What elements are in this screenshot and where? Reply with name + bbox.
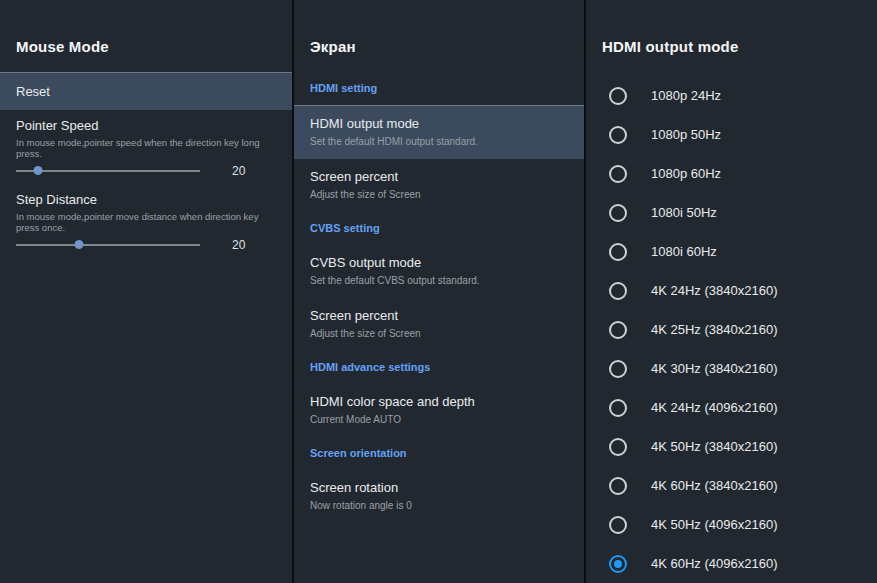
step-distance-title: Step Distance [16,192,276,208]
setting-item[interactable]: HDMI color space and depthCurrent Mode A… [294,384,584,437]
section-header: HDMI advance settings [294,351,584,384]
reset-button[interactable]: Reset [0,72,292,110]
radio-icon [609,438,627,456]
screen-panel-header: Экран [294,0,584,72]
pointer-speed-description: In mouse mode,pointer speed when the dir… [16,137,268,159]
hdmi-output-option[interactable]: 4K 30Hz (3840x2160) [586,349,877,388]
mouse-mode-header: Mouse Mode [0,0,292,72]
setting-item[interactable]: Screen percentAdjust the size of Screen [294,159,584,212]
hdmi-output-mode-panel: HDMI output mode 1080p 24Hz1080p 50Hz108… [584,0,877,583]
radio-icon [609,516,627,534]
option-label: 4K 30Hz (3840x2160) [651,361,777,376]
setting-item-title: HDMI color space and depth [310,394,568,410]
setting-item-subtitle: Set the default CVBS output standard. [310,274,568,287]
section-header: CVBS setting [294,212,584,245]
setting-item-subtitle: Adjust the size of Screen [310,327,568,340]
option-label: 4K 60Hz (3840x2160) [651,478,777,493]
hdmi-output-option[interactable]: 4K 50Hz (4096x2160) [586,505,877,544]
option-label: 1080p 24Hz [651,88,721,103]
hdmi-output-option[interactable]: 4K 60Hz (4096x2160) [586,544,877,583]
radio-icon [609,321,627,339]
pointer-speed-slider-row: 20 [16,162,276,180]
hdmi-output-option[interactable]: 4K 24Hz (4096x2160) [586,388,877,427]
setting-item[interactable]: Screen rotationNow rotation angle is 0 [294,470,584,523]
option-label: 1080p 60Hz [651,166,721,181]
setting-item-subtitle: Current Mode AUTO [310,413,568,426]
hdmi-output-option[interactable]: 1080p 24Hz [586,76,877,115]
option-label: 4K 50Hz (3840x2160) [651,439,777,454]
hdmi-output-option[interactable]: 4K 60Hz (3840x2160) [586,466,877,505]
setting-item-subtitle: Adjust the size of Screen [310,188,568,201]
radio-icon [609,399,627,417]
setting-item-title: CVBS output mode [310,255,568,271]
section-header: Screen orientation [294,437,584,470]
option-label: 1080i 60Hz [651,244,717,259]
setting-item-title: Screen rotation [310,480,568,496]
pointer-speed-setting[interactable]: Pointer Speed In mouse mode,pointer spee… [0,110,292,184]
setting-item-title: Screen percent [310,169,568,185]
slider-thumb[interactable] [34,166,43,175]
step-distance-slider[interactable] [16,236,200,254]
setting-item[interactable]: CVBS output modeSet the default CVBS out… [294,245,584,298]
setting-item-subtitle: Set the default HDMI output standard. [310,135,568,148]
radio-selected-icon [609,555,627,573]
hdmi-output-option[interactable]: 1080i 50Hz [586,193,877,232]
radio-icon [609,87,627,105]
slider-track [16,170,200,172]
pointer-speed-title: Pointer Speed [16,118,276,134]
setting-item[interactable]: HDMI output modeSet the default HDMI out… [294,105,584,159]
hdmi-output-option[interactable]: 4K 50Hz (3840x2160) [586,427,877,466]
reset-label: Reset [16,84,50,99]
radio-icon [609,243,627,261]
option-label: 4K 24Hz (4096x2160) [651,400,777,415]
pointer-speed-slider[interactable] [16,162,200,180]
setting-item-title: Screen percent [310,308,568,324]
setting-item-title: HDMI output mode [310,116,568,132]
radio-icon [609,360,627,378]
hdmi-output-option[interactable]: 1080p 60Hz [586,154,877,193]
radio-icon [609,282,627,300]
setting-item-subtitle: Now rotation angle is 0 [310,499,568,512]
option-label: 1080p 50Hz [651,127,721,142]
hdmi-output-option[interactable]: 4K 25Hz (3840x2160) [586,310,877,349]
tv-settings-screen: Mouse Mode Reset Pointer Speed In mouse … [0,0,877,583]
radio-icon [609,204,627,222]
hdmi-output-mode-title: HDMI output mode [602,38,739,55]
hdmi-output-options-list: 1080p 24Hz1080p 50Hz1080p 60Hz1080i 50Hz… [586,72,877,583]
option-label: 4K 50Hz (4096x2160) [651,517,777,532]
screen-settings-list: HDMI settingHDMI output modeSet the defa… [294,72,584,523]
option-label: 4K 24Hz (3840x2160) [651,283,777,298]
radio-icon [609,126,627,144]
mouse-mode-panel: Mouse Mode Reset Pointer Speed In mouse … [0,0,292,583]
step-distance-slider-row: 20 [16,236,276,254]
pointer-speed-value: 20 [232,164,245,178]
option-label: 1080i 50Hz [651,205,717,220]
radio-icon [609,477,627,495]
step-distance-setting[interactable]: Step Distance In mouse mode,pointer move… [0,184,292,258]
mouse-mode-title: Mouse Mode [16,38,109,55]
step-distance-value: 20 [232,238,245,252]
slider-track [16,244,200,246]
step-distance-description: In mouse mode,pointer move distance when… [16,211,268,233]
hdmi-output-option[interactable]: 1080p 50Hz [586,115,877,154]
screen-panel: Экран HDMI settingHDMI output modeSet th… [292,0,584,583]
option-label: 4K 25Hz (3840x2160) [651,322,777,337]
option-label: 4K 60Hz (4096x2160) [651,556,777,571]
section-header: HDMI setting [294,72,584,105]
slider-thumb[interactable] [74,240,83,249]
setting-item[interactable]: Screen percentAdjust the size of Screen [294,298,584,351]
hdmi-output-mode-header: HDMI output mode [586,0,877,72]
hdmi-output-option[interactable]: 1080i 60Hz [586,232,877,271]
screen-panel-title: Экран [310,38,356,55]
radio-icon [609,165,627,183]
hdmi-output-option[interactable]: 4K 24Hz (3840x2160) [586,271,877,310]
